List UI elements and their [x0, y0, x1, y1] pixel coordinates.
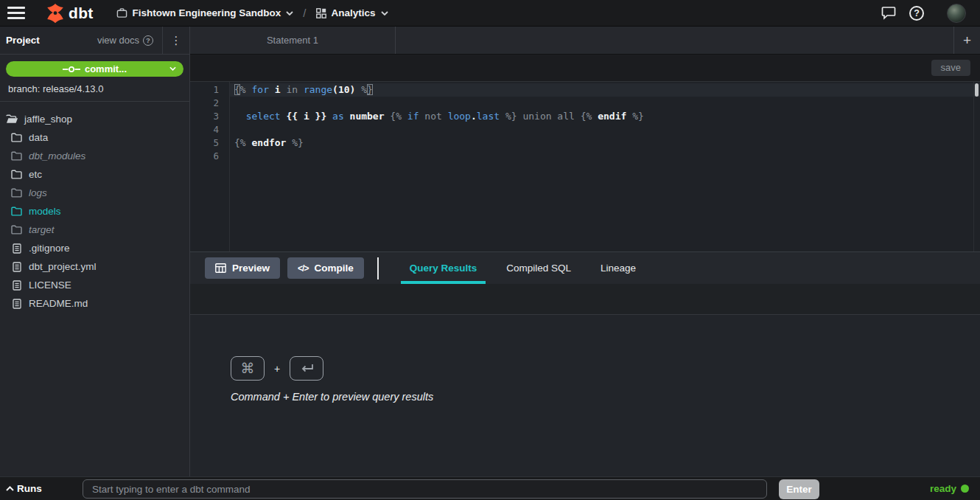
code-token: %}	[505, 111, 517, 122]
tab-label: Query Results	[410, 263, 477, 274]
code-token: if	[407, 111, 419, 122]
code-line[interactable]: {% for i in range(10) %}	[230, 83, 980, 97]
tree-item-label: models	[29, 206, 61, 217]
editor-code-area[interactable]: {% for i in range(10) %} select {{ i }} …	[230, 82, 980, 251]
enter-button[interactable]: Enter	[779, 479, 819, 499]
code-token: %}	[632, 111, 644, 122]
compile-button[interactable]: </> Compile	[287, 257, 364, 279]
editor-tabbar: Statement 1 +	[190, 27, 980, 55]
line-number: 2	[190, 97, 229, 110]
results-subheader	[190, 284, 980, 315]
folder-icon	[10, 225, 23, 235]
runs-toggle[interactable]: Runs	[6, 477, 42, 500]
folder-icon	[10, 151, 23, 161]
code-token	[234, 111, 246, 122]
top-nav: dbt Fishtown Engineering Sandbox / Analy…	[0, 0, 980, 27]
code-token	[592, 111, 598, 122]
code-token	[269, 84, 275, 95]
dbt-command-input[interactable]	[83, 479, 767, 499]
code-token: {	[234, 84, 240, 95]
editor-gutter: 123456	[190, 82, 230, 251]
user-avatar[interactable]	[947, 4, 966, 23]
file-icon	[10, 280, 23, 291]
tree-item--gitignore[interactable]: .gitignore	[0, 239, 189, 257]
dbt-logo[interactable]: dbt	[44, 2, 94, 24]
code-token: in	[286, 84, 298, 95]
code-token: {%	[234, 137, 246, 148]
chat-bubble-icon	[881, 6, 896, 20]
folder-icon	[10, 133, 23, 142]
chevron-down-icon	[381, 11, 388, 15]
project-picker[interactable]: Analytics	[316, 7, 388, 18]
project-name: Analytics	[332, 7, 376, 18]
code-token	[402, 111, 407, 122]
code-token: {{ i }}	[286, 111, 326, 122]
tree-item-readme-md[interactable]: README.md	[0, 294, 189, 313]
file-tree: jaffle_shopdatadbt_modulesetclogsmodelst…	[0, 110, 189, 313]
code-editor[interactable]: 123456 {% for i in range(10) %} select {…	[190, 82, 980, 251]
table-icon	[215, 263, 226, 273]
tree-item-etc[interactable]: etc	[0, 165, 189, 184]
view-docs-label: view docs	[97, 35, 139, 46]
account-picker[interactable]: Fishtown Engineering Sandbox	[116, 7, 294, 18]
code-line[interactable]	[230, 123, 980, 136]
folder-icon	[10, 188, 23, 198]
sidebar-kebab-menu[interactable]: ⋮	[163, 35, 189, 46]
code-line[interactable]: {% endfor %}	[230, 136, 980, 150]
tab-query-results[interactable]: Query Results	[401, 252, 486, 284]
tree-item-data[interactable]: data	[0, 128, 189, 147]
code-token: {%	[581, 111, 592, 122]
save-button[interactable]: save	[931, 60, 970, 76]
code-token: (	[332, 84, 338, 95]
tree-item-dbt-project-yml[interactable]: dbt_project.yml	[0, 257, 189, 276]
commit-button[interactable]: commit...	[6, 61, 183, 77]
editor-scrollbar[interactable]	[975, 83, 979, 97]
tree-item-license[interactable]: LICENSE	[0, 276, 189, 294]
folder-open-icon	[6, 114, 18, 124]
code-line[interactable]: select {{ i }} as number {% if not loop.…	[230, 110, 980, 123]
tree-item-jaffle-shop[interactable]: jaffle_shop	[0, 110, 189, 128]
line-number: 4	[190, 123, 229, 136]
nav-separator: /	[303, 7, 306, 19]
return-arrow-icon	[298, 363, 315, 375]
editor-scroll-track	[973, 82, 974, 251]
hamburger-menu-icon[interactable]	[7, 7, 25, 19]
preview-button-label: Preview	[232, 263, 270, 274]
status-indicator: ready	[930, 477, 969, 500]
new-tab-button[interactable]: +	[953, 27, 980, 54]
code-token: number	[350, 111, 385, 122]
view-docs-link[interactable]: view docs ?	[97, 35, 153, 46]
chevron-down-icon	[286, 11, 293, 15]
line-number: 1	[190, 83, 229, 97]
tab-lineage[interactable]: Lineage	[592, 252, 645, 284]
code-token: for	[251, 84, 268, 95]
tab-statement-1[interactable]: Statement 1	[190, 27, 396, 54]
code-line[interactable]	[230, 150, 980, 163]
line-number: 6	[190, 150, 229, 163]
tree-item-target[interactable]: target	[0, 221, 189, 239]
dbt-logo-text: dbt	[69, 4, 94, 22]
results-body: ⌘ + Command + Enter to preview query res…	[190, 315, 980, 476]
tab-label: Lineage	[601, 263, 636, 274]
code-token	[575, 111, 581, 122]
file-icon	[10, 243, 23, 254]
code-token: endif	[598, 111, 626, 122]
sidebar-title: Project	[6, 35, 40, 46]
code-token: .	[471, 111, 477, 122]
tree-item-logs[interactable]: logs	[0, 184, 189, 202]
tree-item-dbt-modules[interactable]: dbt_modules	[0, 147, 189, 165]
code-token: %	[361, 84, 367, 95]
code-token: not	[424, 111, 441, 122]
tree-item-models[interactable]: models	[0, 202, 189, 221]
tree-item-label: LICENSE	[29, 279, 71, 291]
preview-button[interactable]: Preview	[205, 257, 280, 279]
code-line[interactable]	[230, 97, 980, 110]
results-tabs: Query ResultsCompiled SQLLineage	[401, 252, 645, 284]
command-key: ⌘	[231, 356, 265, 381]
tree-item-label: .gitignore	[29, 243, 70, 254]
feedback-chat-button[interactable]	[881, 6, 896, 20]
command-key-icon: ⌘	[241, 361, 255, 375]
help-button[interactable]: ?	[909, 6, 924, 21]
branch-label: branch: release/4.13.0	[8, 83, 183, 94]
tab-compiled-sql[interactable]: Compiled SQL	[497, 252, 580, 284]
